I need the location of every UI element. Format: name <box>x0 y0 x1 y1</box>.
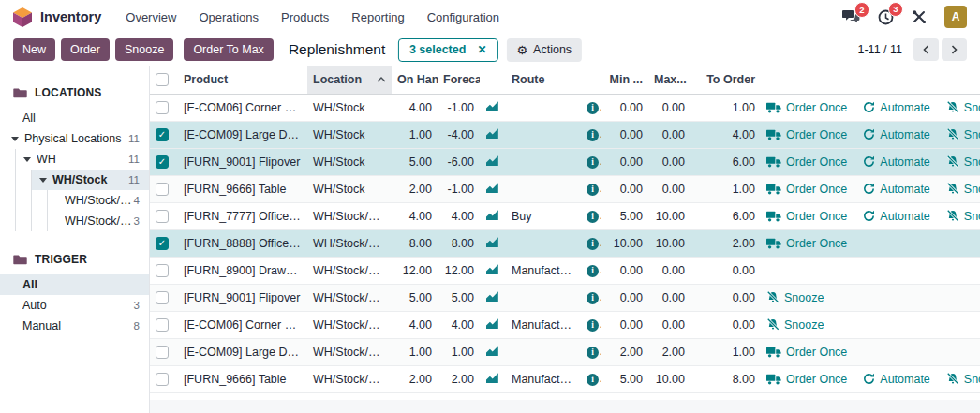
row-select-cell[interactable]: ✓ <box>150 229 178 257</box>
snooze-button[interactable]: Snooze <box>766 318 824 332</box>
sidebar-item-wh-stock-asse-[interactable]: WH/Stock/Asse...4 <box>48 190 149 211</box>
info-icon[interactable]: i <box>587 347 599 359</box>
forecast-chart-icon[interactable] <box>485 100 499 112</box>
order-once-button[interactable]: Order Once <box>766 210 847 223</box>
row-checkbox[interactable] <box>156 264 169 277</box>
table-row[interactable]: ✓[E-COM09] Large DeskWH/Stock1.00-4.00i0… <box>150 121 980 148</box>
nav-menu-item-configuration[interactable]: Configuration <box>427 10 499 24</box>
column-header-max[interactable]: Max... <box>648 66 690 94</box>
messages-icon[interactable]: 2 <box>842 9 860 24</box>
table-row[interactable]: ✓[FURN_8888] Office LampWH/Stock/Asse...… <box>150 229 980 257</box>
sidebar-item-physical-locations[interactable]: Physical Locations11 <box>0 128 149 149</box>
row-select-cell[interactable] <box>150 284 178 311</box>
new-button[interactable]: New <box>13 38 55 61</box>
user-avatar[interactable]: A <box>944 6 967 28</box>
activities-icon[interactable]: 3 <box>878 9 894 25</box>
forecast-chart-icon[interactable] <box>485 182 499 194</box>
row-checkbox[interactable]: ✓ <box>156 237 169 250</box>
column-header-forecast[interactable]: Forecast <box>438 66 480 94</box>
order-button[interactable]: Order <box>61 38 110 61</box>
info-icon[interactable]: i <box>587 156 599 169</box>
row-checkbox[interactable] <box>156 291 169 304</box>
row-checkbox[interactable]: ✓ <box>156 128 169 141</box>
sidebar-item-manual[interactable]: Manual8 <box>0 316 149 336</box>
forecast-chart-icon[interactable] <box>485 290 499 302</box>
snooze-button[interactable]: Snooze <box>946 155 980 169</box>
table-row[interactable]: [FURN_9001] FlipoverWH/Stock/Asse...5.00… <box>150 284 980 311</box>
row-select-cell[interactable]: ✓ <box>150 121 178 148</box>
forecast-chart-icon[interactable] <box>485 372 499 384</box>
row-checkbox[interactable] <box>156 210 169 223</box>
table-row[interactable]: [FURN_9666] TableWH/Stock/Flat P...2.002… <box>150 365 980 392</box>
column-header-route[interactable]: Route <box>506 66 581 94</box>
snooze-button[interactable]: Snooze <box>946 210 980 223</box>
info-icon[interactable]: i <box>587 374 599 386</box>
column-header-to-order[interactable]: To Order <box>690 66 761 94</box>
table-row[interactable]: [E-COM06] Corner Desk ...WH/Stock4.00-1.… <box>150 94 980 121</box>
sidebar-item-all[interactable]: All <box>0 274 149 295</box>
table-row[interactable]: [FURN_7777] Office ChairWH/Stock/Asse...… <box>150 202 980 229</box>
pager-previous-button[interactable] <box>913 38 939 61</box>
row-checkbox[interactable] <box>156 183 169 196</box>
order-once-button[interactable]: Order Once <box>766 128 847 141</box>
info-icon[interactable]: i <box>587 292 599 304</box>
pager-range[interactable]: 1-11 / 11 <box>858 43 903 56</box>
info-icon[interactable]: i <box>587 184 599 196</box>
table-row[interactable]: [FURN_8900] Drawer BlackWH/Stock/Asse...… <box>150 257 980 284</box>
order-once-button[interactable]: Order Once <box>766 183 847 196</box>
forecast-chart-icon[interactable] <box>485 263 499 275</box>
actions-button[interactable]: ⚙ Actions <box>506 38 582 62</box>
snooze-button[interactable]: Snooze <box>946 183 980 196</box>
row-checkbox[interactable] <box>156 101 169 114</box>
table-row[interactable]: [FURN_9666] TableWH/Stock2.00-1.00i0.000… <box>150 175 980 202</box>
row-select-cell[interactable] <box>150 338 178 365</box>
sidebar-item-all[interactable]: All <box>0 108 149 128</box>
automate-button[interactable]: Automate <box>863 373 930 386</box>
forecast-chart-icon[interactable] <box>485 155 499 167</box>
row-checkbox[interactable] <box>156 346 169 359</box>
sidebar-item-wh-stock-flat-p-[interactable]: WH/Stock/Flat P...3 <box>48 211 149 231</box>
select-all-checkbox[interactable] <box>156 73 169 86</box>
info-icon[interactable]: i <box>587 211 599 223</box>
row-checkbox[interactable] <box>156 318 169 332</box>
table-row[interactable]: [E-COM09] Large DeskWH/Stock/Flat P...1.… <box>150 338 980 365</box>
sidebar-item-wh[interactable]: WH11 <box>16 149 149 170</box>
snooze-button[interactable]: Snooze <box>946 101 980 114</box>
order-once-button[interactable]: Order Once <box>766 101 847 114</box>
pager-next-button[interactable] <box>942 38 967 61</box>
order-to-max-button[interactable]: Order To Max <box>184 38 274 61</box>
row-select-cell[interactable] <box>150 94 178 121</box>
automate-button[interactable]: Automate <box>863 210 930 223</box>
clear-selection-icon[interactable]: ✕ <box>477 43 486 56</box>
row-select-cell[interactable] <box>150 311 178 338</box>
snooze-button[interactable]: Snooze <box>766 291 824 304</box>
row-select-cell[interactable]: ✓ <box>150 148 178 175</box>
forecast-chart-icon[interactable] <box>485 127 499 140</box>
selection-pill[interactable]: 3 selected ✕ <box>398 38 498 62</box>
order-once-button[interactable]: Order Once <box>766 346 847 359</box>
nav-menu-item-overview[interactable]: Overview <box>126 10 176 24</box>
column-header-on-hand[interactable]: On Hand <box>392 66 438 94</box>
app-switcher[interactable]: Inventory <box>13 7 101 27</box>
nav-menu-item-products[interactable]: Products <box>281 10 329 24</box>
row-select-cell[interactable] <box>150 257 178 284</box>
column-header-min[interactable]: Min ... <box>601 66 648 94</box>
snooze-button[interactable]: Snooze <box>946 128 980 141</box>
forecast-chart-icon[interactable] <box>485 317 499 330</box>
column-header-product[interactable]: Product <box>178 66 307 94</box>
snooze-button[interactable]: Snooze <box>946 373 980 386</box>
automate-button[interactable]: Automate <box>863 183 930 196</box>
info-icon[interactable]: i <box>587 129 599 141</box>
order-once-button[interactable]: Order Once <box>766 237 847 250</box>
info-icon[interactable]: i <box>587 238 599 250</box>
row-select-cell[interactable] <box>150 175 178 202</box>
automate-button[interactable]: Automate <box>863 128 930 141</box>
forecast-chart-icon[interactable] <box>485 209 499 221</box>
info-icon[interactable]: i <box>587 265 599 277</box>
order-once-button[interactable]: Order Once <box>766 373 847 386</box>
row-select-cell[interactable] <box>150 365 178 392</box>
forecast-chart-icon[interactable] <box>485 345 499 357</box>
nav-menu-item-reporting[interactable]: Reporting <box>351 10 404 24</box>
sidebar-item-auto[interactable]: Auto3 <box>0 295 149 316</box>
forecast-chart-icon[interactable] <box>485 236 499 248</box>
